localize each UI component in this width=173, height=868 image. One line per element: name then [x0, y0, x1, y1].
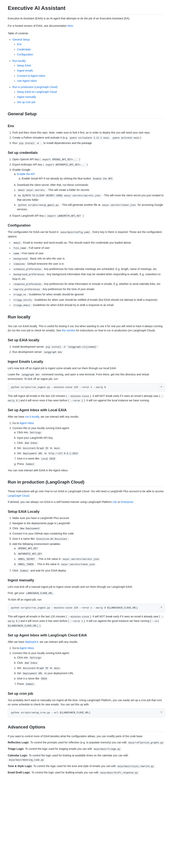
- subsection-credentials: Set up credentials Open OpenAI API key (…: [8, 150, 165, 218]
- toc-link-ingest-manually[interactable]: Ingest manually: [17, 95, 36, 98]
- connect-step-2b: Input your LangSmith API key.: [17, 436, 165, 440]
- config-option-schedule-prefs: schedule_preferences: Any preferences fo…: [12, 267, 165, 271]
- agent-inbox-cloud-step-2e: Give it a name like EAIA: [17, 676, 165, 681]
- subsection-cron-job: Set up cron job You probably don't want …: [8, 691, 165, 717]
- config-option-rewrite-prefs: rewrite_preferences: Any preferences for…: [12, 287, 165, 291]
- copy-cron-code-button[interactable]: ⧉: [159, 710, 164, 714]
- lite-link[interactable]: Lite: [113, 500, 117, 503]
- config-option-bg-prefs: background_preferences: Any background i…: [12, 272, 165, 281]
- hosted-link[interactable]: here: [68, 24, 73, 27]
- setup-code-install: pip install -U 'langgraph-cli[inmem]': [45, 345, 99, 349]
- agent-inbox-cloud-step-2c: Set Assistant/Graph ID to main: [17, 666, 165, 670]
- config-option-timezone: timezone: Default timezone the user is i…: [12, 261, 165, 266]
- config-option-name: name: First name of user: [12, 251, 165, 256]
- ingest-manually-intro: Let's now kick off a manual ingest job t…: [8, 585, 165, 589]
- ingest-emails-desc: Leave the langgraph dev command running,…: [8, 372, 165, 381]
- enable-api-link[interactable]: Enable the API: [17, 173, 35, 176]
- toc-link-run-production[interactable]: Run in production (LangGraph Cloud): [12, 86, 58, 89]
- tone-logic-file: eaia/main/style_rewrite.py: [116, 765, 155, 768]
- agent-inbox-link-1[interactable]: Agent Inbox: [20, 422, 34, 425]
- cloud-step-4: Connect it to your GitHub repo containin…: [12, 531, 165, 536]
- env-heading: Env: [8, 123, 165, 129]
- connect-intro: After we have run it locally, we can int…: [8, 414, 165, 419]
- toc-link-connect-agent-inbox[interactable]: Connect to Agent Inbox: [17, 74, 45, 77]
- setup-agent-inbox-cloud-heading: Set up Agent Inbox with LangGraph Cloud …: [8, 632, 165, 638]
- cred-step-4: Export LangSmith API key ( export LANGSM…: [12, 214, 165, 218]
- toc-item-general-setup: General Setup Env Credentials Configurat…: [12, 37, 165, 57]
- toc-link-setup-eaia-cloud[interactable]: Setup EAIA on LangGraph Cloud: [17, 90, 57, 93]
- ingest-manually-note: First, get your LANGCHAIN_CLOUD_URL.: [8, 591, 165, 595]
- env-code-virtualenv: pyenv virtualenv 3.11.1 eaia: [69, 136, 110, 140]
- connect-step-2f: Give it a name like Local EAIA: [17, 456, 165, 461]
- configuration-intro: The configuration for EAIA can be found …: [8, 230, 165, 239]
- cloud-step-6: Add the following environment variables …: [12, 542, 165, 566]
- toc-link-use-agent-inbox[interactable]: Use Agent Inbox: [17, 79, 37, 82]
- langgraph-cloud-link[interactable]: LangGraph Cloud: [8, 494, 29, 497]
- section-run-production: Run in production (LangGraph Cloud) Thes…: [8, 479, 165, 717]
- toc-link-configuration[interactable]: Configuration: [17, 53, 33, 56]
- ingest-code-block: python scripts/run_ingest.py --minutes-s…: [8, 383, 165, 392]
- advanced-email-draft-logic: Email Draft Logic: To control the logic …: [8, 770, 165, 775]
- enterprise-link[interactable]: Enterprise: [121, 500, 133, 503]
- cred-step-3d: mv ${PATH-TO-CLIENT-SECRET-JSON} eaia/.s…: [17, 193, 165, 202]
- cloud-env-gmail-secret: GMAIL_SECRET - This is the value in eaia…: [17, 557, 165, 561]
- toc-link-env[interactable]: Env: [17, 43, 22, 46]
- subsection-ingest-manually: Ingest manually Let's now kick off a man…: [8, 578, 165, 628]
- connect-step-2d: Set Assistant/Graph ID to main: [17, 446, 165, 451]
- cred-code-token: eaia/.secrets/token.json: [101, 204, 137, 207]
- cloud-step-5: Give it a name like Executive-AI-Assista…: [12, 537, 165, 541]
- toc-link-setup-eaia[interactable]: Setup EAIA: [17, 64, 31, 67]
- env-code-install: pip install -e .: [18, 142, 43, 145]
- env-code-activate: pyenv activate eaia: [111, 136, 140, 140]
- agent-inbox-cloud-step-2a: Click into Settings: [17, 655, 165, 660]
- advanced-reflection-logic: Reflection Logic: To control the prompts…: [8, 740, 165, 745]
- page-subtitle: Executive AI Assistant (EAIA) is an AI a…: [8, 16, 165, 21]
- copy-ingest-code-button[interactable]: ⧉: [159, 385, 164, 389]
- reflection-logic-file: eaia/reflection_graphs.py: [127, 741, 165, 745]
- email-draft-logic-desc: Email Draft Logic: To control the logic …: [8, 770, 165, 775]
- connect-step-2g: Press Submit: [17, 462, 165, 466]
- section-run-locally: Run locally You can run EAIA locally. Th…: [8, 314, 165, 472]
- cloud-step-7: Click Submit and wait for your EAIA depl…: [12, 568, 165, 573]
- triage-logic-file: eaia/main/triage.py: [93, 747, 122, 751]
- agent-inbox-link-2[interactable]: Agent Inbox: [20, 647, 34, 650]
- config-file-code: eaia/main/config.yaml: [60, 230, 91, 234]
- hosted-note: For a hosted version of EAIA, see docume…: [8, 24, 165, 28]
- cloud-env-gmail-token: GMAIL_TOKEN - This is the value in eaia/…: [17, 562, 165, 566]
- cred-code-setup-gmail: python scripts/setup_gmail.py: [17, 204, 60, 207]
- cloud-step-2: Navigate to the deployments page in Lang…: [12, 521, 165, 525]
- toc-link-general-setup[interactable]: General Setup: [12, 38, 30, 41]
- triage-logic-desc: Triage Logic: To control the logic used …: [8, 747, 165, 751]
- subsection-connect-agent-inbox: Set up Agent Inbox with Local EAIA After…: [8, 407, 165, 472]
- run-locally-heading: Run locally: [8, 314, 165, 322]
- config-option-triage-no: triage_no: Guidelines for when emails sh…: [12, 292, 165, 297]
- toc-link-ingest-emails[interactable]: Ingest emails: [17, 69, 33, 72]
- cloud-step-1: Make sure you have a LangSmith Plus acco…: [12, 516, 165, 520]
- cred-step-3a: Enable the API Enable Gmail API if not a…: [17, 172, 165, 181]
- toc-link-run-locally[interactable]: Run locally: [12, 59, 26, 62]
- advanced-triage-logic: Triage Logic: To control the logic used …: [8, 747, 165, 751]
- cred-code-langsmith: export LANGSMITH_API_KEY: [46, 214, 82, 218]
- toc-link-credentials[interactable]: Credentials: [17, 48, 31, 51]
- connect-step-2a: Click into Settings: [17, 430, 165, 435]
- cred-step-3a-i: Enable Gmail API if not already by click…: [22, 176, 165, 181]
- ingest-code-dev: langgraph dev: [20, 373, 41, 376]
- subsection-env: Env Fork and then clone this repo. Note:…: [8, 123, 165, 145]
- copy-ingest-manually-code-button[interactable]: ⧉: [159, 606, 164, 609]
- toc-link-cron-job[interactable]: Set up cron job: [17, 100, 35, 104]
- run-it-locally-link[interactable]: run it locally: [25, 415, 39, 418]
- env-step-3: Run pip install -e . to install dependen…: [12, 141, 165, 145]
- advanced-calendar-logic: Calendar Logic: To control the logic use…: [8, 753, 165, 762]
- advanced-options-heading: Advanced Options: [8, 724, 165, 732]
- cron-job-code-block: python scripts/setup_cron.py --url ${LAN…: [8, 709, 165, 717]
- run-production-link[interactable]: this section: [62, 329, 75, 332]
- page-title: Executive AI Assistant: [8, 4, 165, 15]
- config-option-full-name: full_name: Full name of user: [12, 246, 165, 250]
- connect-agent-inbox-heading: Set up Agent Inbox with Local EAIA: [8, 407, 165, 413]
- setup-code-run: langgraph dev: [42, 350, 63, 354]
- agent-inbox-cloud-step-1: Go to Agent Inbox: [12, 646, 165, 650]
- deployed-it-link[interactable]: deployed it: [25, 640, 38, 643]
- connect-step-2c: Click Add Inbox: [17, 441, 165, 445]
- agent-inbox-cloud-step-2d: Set Deployment URL to your deployment UR…: [17, 671, 165, 676]
- subsection-ingest-emails: Ingest Emails Locally Let's now kick off…: [8, 359, 165, 403]
